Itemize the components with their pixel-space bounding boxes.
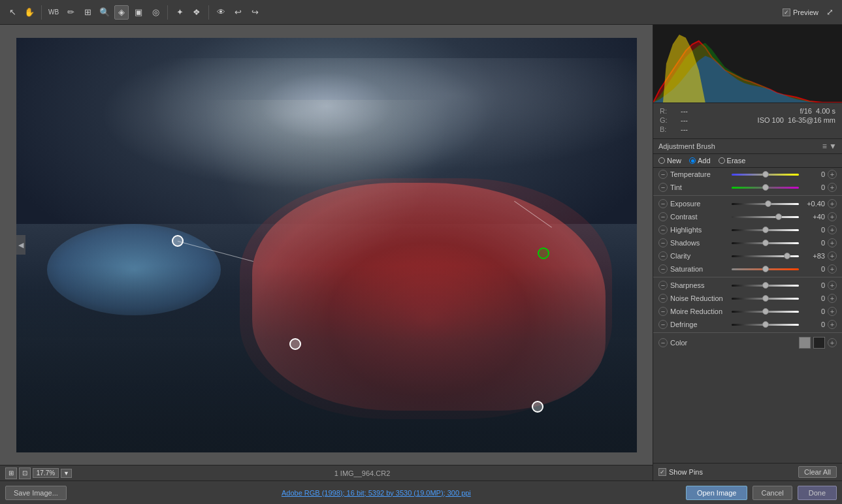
moire-plus[interactable]: + <box>828 307 837 316</box>
highlights-plus[interactable]: + <box>828 225 837 234</box>
show-pins-area[interactable]: ✓ Show Pins <box>658 468 703 476</box>
image-container[interactable]: ◀ <box>0 25 653 465</box>
pin-marker-4[interactable] <box>532 401 543 413</box>
clarity-thumb[interactable] <box>784 253 790 259</box>
tool-redo[interactable]: ↪ <box>248 5 262 20</box>
saturation-thumb[interactable] <box>762 266 769 272</box>
moire-slider[interactable] <box>732 307 799 316</box>
photo-frame[interactable]: ◀ <box>16 38 637 452</box>
pin-marker-2[interactable] <box>289 338 301 350</box>
contrast-plus[interactable]: + <box>828 212 837 221</box>
highlights-slider[interactable] <box>732 225 799 234</box>
tint-minus[interactable]: − <box>658 183 668 192</box>
mode-erase[interactable]: Erase <box>719 157 746 165</box>
slider-row-temperature: − Temperature 0 + <box>653 168 842 181</box>
exposure-thumb[interactable] <box>765 200 771 207</box>
radio-new[interactable] <box>658 157 665 164</box>
color-minus[interactable]: − <box>658 338 668 347</box>
defringe-plus[interactable]: + <box>828 320 837 329</box>
temperature-slider[interactable] <box>732 170 799 179</box>
tint-plus[interactable]: + <box>828 183 837 192</box>
shadows-slider[interactable] <box>732 238 799 247</box>
sharpness-plus[interactable]: + <box>828 281 837 290</box>
temperature-plus[interactable]: + <box>828 170 837 179</box>
color-plus[interactable]: + <box>828 338 837 347</box>
tool-zoom[interactable]: 🔍 <box>97 5 112 20</box>
shadows-thumb[interactable] <box>762 240 769 246</box>
open-image-button[interactable]: Open Image <box>686 486 748 500</box>
defringe-minus[interactable]: − <box>658 320 668 329</box>
radio-erase[interactable] <box>719 157 725 164</box>
fullscreen-icon[interactable]: ⤢ <box>822 5 837 20</box>
mode-new[interactable]: New <box>658 157 681 165</box>
cancel-button[interactable]: Cancel <box>753 486 792 500</box>
saturation-plus[interactable]: + <box>828 264 837 274</box>
color-swatch-1[interactable] <box>799 337 811 349</box>
iso-lens: ISO 100 16-35@16 mm <box>758 116 835 124</box>
tint-slider[interactable] <box>732 183 799 192</box>
clarity-label: Clarity <box>670 252 729 260</box>
tool-hand[interactable]: ✋ <box>22 5 37 20</box>
temperature-thumb[interactable] <box>762 171 769 178</box>
exposure-slider[interactable] <box>732 199 799 208</box>
tool-paint[interactable]: ✏ <box>63 5 78 20</box>
contrast-slider[interactable] <box>732 212 799 221</box>
moire-thumb[interactable] <box>762 308 769 315</box>
defringe-slider[interactable] <box>732 320 799 329</box>
preview-checkbox[interactable]: ✓ <box>783 8 790 16</box>
sharpness-thumb[interactable] <box>762 282 769 289</box>
noise-thumb[interactable] <box>762 295 769 302</box>
left-edge-arrow[interactable]: ◀ <box>16 235 25 255</box>
noise-plus[interactable]: + <box>828 294 837 303</box>
saturation-minus[interactable]: − <box>658 264 668 274</box>
preview-checkbox-area[interactable]: ✓ Preview <box>783 8 818 16</box>
zoom-value[interactable]: 17.7% <box>33 468 59 478</box>
temperature-minus[interactable]: − <box>658 170 668 179</box>
noise-slider[interactable] <box>732 294 799 303</box>
zoom-dropdown[interactable]: ▼ <box>61 469 72 478</box>
clarity-minus[interactable]: − <box>658 251 668 260</box>
temperature-track <box>732 174 799 176</box>
save-image-button[interactable]: Save Image... <box>5 486 67 500</box>
tool-wb[interactable]: WB <box>46 5 61 20</box>
sharpness-slider[interactable] <box>732 281 799 290</box>
tool-crop[interactable]: ⊞ <box>80 5 95 20</box>
saturation-slider[interactable] <box>732 264 799 274</box>
done-button[interactable]: Done <box>798 486 837 500</box>
contrast-thumb[interactable] <box>775 213 782 220</box>
pin-marker-3-active[interactable] <box>538 247 549 259</box>
tool-revert[interactable]: ↩ <box>231 5 245 20</box>
highlights-minus[interactable]: − <box>658 225 668 234</box>
color-swatch-2[interactable] <box>813 337 825 349</box>
adj-brush-menu[interactable]: ≡ ▼ <box>822 142 837 151</box>
shadows-minus[interactable]: − <box>658 238 668 247</box>
tint-thumb[interactable] <box>762 184 769 191</box>
tool-red-eye[interactable]: 👁 <box>214 5 228 20</box>
shadows-plus[interactable]: + <box>828 238 837 247</box>
defringe-thumb[interactable] <box>762 321 769 328</box>
exposure-minus[interactable]: − <box>658 199 668 208</box>
clear-all-button[interactable]: Clear All <box>798 466 837 478</box>
mode-add[interactable]: Add <box>689 157 711 165</box>
exposure-value: +0.40 <box>802 200 825 208</box>
tool-radial[interactable]: ◎ <box>148 5 163 20</box>
tool-arrow[interactable]: ↖ <box>5 5 20 20</box>
zoom-fit-btn[interactable]: ⊞ <box>5 467 17 479</box>
tool-grad[interactable]: ▣ <box>131 5 146 20</box>
tool-heal[interactable]: ✦ <box>172 5 187 20</box>
radio-add[interactable] <box>689 157 696 164</box>
shadows-track <box>732 242 799 244</box>
moire-minus[interactable]: − <box>658 307 668 316</box>
clarity-plus[interactable]: + <box>828 251 837 260</box>
highlights-thumb[interactable] <box>762 227 769 233</box>
exposure-plus[interactable]: + <box>828 199 837 208</box>
sharpness-minus[interactable]: − <box>658 281 668 290</box>
tool-brush[interactable]: ◈ <box>114 5 129 20</box>
noise-minus[interactable]: − <box>658 294 668 303</box>
contrast-minus[interactable]: − <box>658 212 668 221</box>
tool-clone[interactable]: ❖ <box>189 5 204 20</box>
file-info-link[interactable]: Adobe RGB (1998); 16 bit; 5392 by 3530 (… <box>72 489 681 497</box>
clarity-slider[interactable] <box>732 251 799 260</box>
show-pins-checkbox[interactable]: ✓ <box>658 468 666 476</box>
zoom-fill-btn[interactable]: ⊡ <box>19 467 31 479</box>
